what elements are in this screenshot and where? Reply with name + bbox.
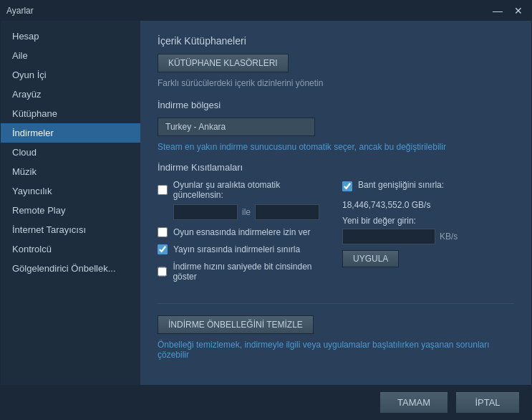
- region-dropdown-wrapper: Turkey - Ankara: [158, 118, 514, 136]
- minimize-button[interactable]: —: [490, 4, 506, 17]
- titlebar: Ayarlar — ✕: [1, 1, 531, 21]
- clear-cache-section: İNDİRME ÖNBELLEĞİNİ TEMİZLE Önbelleği te…: [158, 303, 514, 360]
- sidebar-item-kutuphane[interactable]: Kütüphane: [1, 104, 140, 123]
- auto-update-row: Oyunlar şu aralıkta otomatik güncellensi…: [158, 180, 331, 200]
- clear-cache-button[interactable]: İNDİRME ÖNBELLEĞİNİ TEMİZLE: [158, 315, 314, 334]
- limit-broadcast-checkbox[interactable]: [158, 244, 168, 254]
- bandwidth-value: 18,446,743,552.0 GB/s: [342, 200, 514, 210]
- new-value-input[interactable]: [342, 229, 435, 244]
- sidebar-item-golgelendirici[interactable]: Gölgelendirici Önbellek...: [1, 259, 140, 278]
- sidebar: Hesap Aile Oyun İçi Arayüz Kütüphane İnd…: [1, 21, 140, 385]
- ok-button[interactable]: TAMAM: [379, 391, 448, 414]
- time-to-input[interactable]: [255, 204, 319, 220]
- limit-broadcast-row: Yayın sırasında indirmeleri sınırla: [158, 244, 331, 254]
- time-inputs: ile: [173, 204, 331, 220]
- library-folders-button[interactable]: KÜTÜPHANE KLASÖRLERI: [158, 54, 289, 72]
- titlebar-controls: — ✕: [490, 4, 526, 17]
- right-bandwidth: Bant genişliğini sınırla: 18,446,743,552…: [342, 180, 514, 289]
- sidebar-item-indirmeler[interactable]: İndirmeler: [1, 123, 140, 143]
- settings-window: Ayarlar — ✕ Hesap Aile Oyun İçi Arayüz K…: [0, 0, 532, 420]
- limit-bandwidth-label: Bant genişliğini sınırla:: [358, 180, 444, 190]
- window-title: Ayarlar: [6, 6, 34, 16]
- sidebar-item-yayincilik[interactable]: Yayıncılık: [1, 181, 140, 201]
- sidebar-item-internet-tarayicisi[interactable]: İnternet Tarayıcısı: [1, 220, 140, 239]
- auto-update-checkbox[interactable]: [158, 185, 168, 195]
- main-content: Hesap Aile Oyun İçi Arayüz Kütüphane İnd…: [1, 21, 531, 385]
- region-desc: Steam en yakın indirme sunucusunu otomat…: [158, 142, 514, 152]
- show-speed-label: İndirme hızını saniyede bit cinsinden gö…: [173, 262, 331, 282]
- auto-update-label: Oyunlar şu aralıkta otomatik güncellensi…: [173, 180, 331, 200]
- footer: TAMAM İPTAL: [1, 385, 531, 419]
- clear-cache-desc: Önbelleği temizlemek, indirmeyle ilgili …: [158, 340, 514, 360]
- allow-downloads-checkbox[interactable]: [158, 227, 168, 237]
- sidebar-item-remote-play[interactable]: Remote Play: [1, 201, 140, 220]
- new-value-row: KB/s: [342, 229, 514, 244]
- sidebar-item-aile[interactable]: Aile: [1, 46, 140, 65]
- show-speed-row: İndirme hızını saniyede bit cinsinden gö…: [158, 262, 331, 282]
- limit-bandwidth-row: Bant genişliğini sınırla:: [342, 180, 514, 193]
- sidebar-item-oyunici[interactable]: Oyun İçi: [1, 65, 140, 85]
- unit-label: KB/s: [440, 232, 458, 242]
- sidebar-item-cloud[interactable]: Cloud: [1, 143, 140, 162]
- library-desc: Farklı sürücülerdeki içerik dizinlerini …: [158, 78, 514, 88]
- content-area: İçerik Kütüphaneleri KÜTÜPHANE KLASÖRLER…: [140, 21, 531, 385]
- allow-downloads-label: Oyun esnasında indirmelere izin ver: [173, 227, 310, 237]
- allow-downloads-row: Oyun esnasında indirmelere izin ver: [158, 227, 331, 237]
- time-separator: ile: [242, 207, 251, 217]
- new-value-label: Yeni bir değer girin:: [342, 216, 514, 226]
- apply-button[interactable]: UYGULA: [342, 250, 399, 267]
- region-dropdown[interactable]: Turkey - Ankara: [158, 118, 315, 136]
- limit-broadcast-label: Yayın sırasında indirmeleri sınırla: [173, 244, 300, 254]
- sidebar-item-kontrolcu[interactable]: Kontrolcü: [1, 239, 140, 259]
- cancel-button[interactable]: İPTAL: [455, 391, 520, 414]
- content-libraries-title: İçerik Kütüphaneleri: [158, 35, 514, 47]
- download-restrictions-title: İndirme Kısıtlamaları: [158, 162, 514, 173]
- left-restrictions: Oyunlar şu aralıkta otomatik güncellensi…: [158, 180, 331, 289]
- sidebar-item-muzik[interactable]: Müzik: [1, 162, 140, 181]
- restrictions-columns: Oyunlar şu aralıkta otomatik güncellensi…: [158, 180, 514, 289]
- sidebar-item-hesap[interactable]: Hesap: [1, 27, 140, 46]
- time-from-input[interactable]: [173, 204, 238, 220]
- download-region-title: İndirme bölgesi: [158, 100, 514, 110]
- sidebar-item-arayuz[interactable]: Arayüz: [1, 85, 140, 104]
- limit-bandwidth-checkbox[interactable]: [342, 181, 352, 191]
- close-button[interactable]: ✕: [511, 4, 526, 17]
- show-speed-checkbox[interactable]: [158, 267, 167, 277]
